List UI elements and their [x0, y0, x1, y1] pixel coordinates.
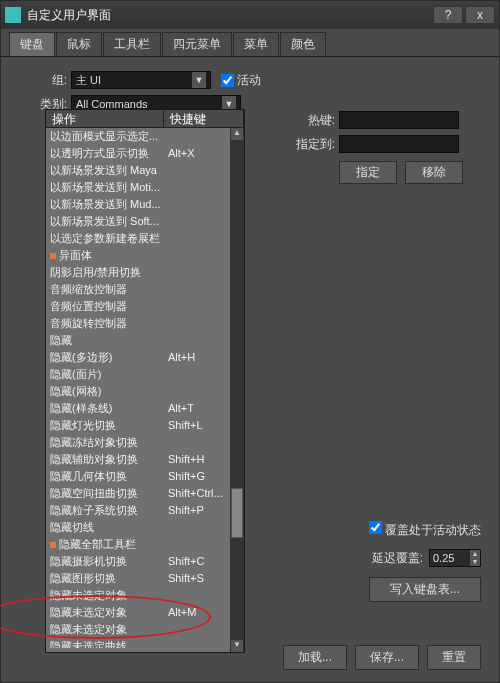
list-row[interactable]: 隐藏粒子系统切换Shift+P [46, 502, 244, 519]
list-row[interactable]: 隐藏未选定曲线 [46, 638, 244, 648]
lower-right-panel: 覆盖处于活动状态 延迟覆盖: ▲▼ 写入键盘表... [281, 521, 481, 612]
tab-quads[interactable]: 四元菜单 [162, 32, 232, 56]
titlebar[interactable]: 自定义用户界面 ? x [1, 1, 499, 29]
scroll-up-icon[interactable]: ▲ [231, 128, 243, 140]
delay-label: 延迟覆盖: [372, 550, 423, 567]
active-check-input[interactable] [221, 74, 234, 87]
group-select[interactable]: 主 UI ▼ [71, 71, 211, 89]
app-logo-icon [5, 7, 21, 23]
list-row[interactable]: 以新场景发送到 Mud... [46, 196, 244, 213]
footer-buttons: 加载... 保存... 重置 [283, 645, 481, 670]
list-row[interactable]: 以新场景发送到 Soft... [46, 213, 244, 230]
list-row[interactable]: 音频旋转控制器 [46, 315, 244, 332]
list-row[interactable]: 音频位置控制器 [46, 298, 244, 315]
col-action[interactable]: 操作 [46, 110, 164, 127]
list-row[interactable]: 隐藏(面片) [46, 366, 244, 383]
list-row[interactable]: 以新场景发送到 Moti... [46, 179, 244, 196]
row-action: 隐藏辅助对象切换 [50, 451, 168, 468]
list-row[interactable]: 隐藏冻结对象切换 [46, 434, 244, 451]
assigned-input[interactable] [339, 135, 459, 153]
row-action: 隐藏(面片) [50, 366, 168, 383]
row-action: 阴影启用/禁用切换 [50, 264, 168, 281]
list-row[interactable]: 隐藏 [46, 332, 244, 349]
list-row[interactable]: 隐藏未选定对象 [46, 621, 244, 638]
tab-colors[interactable]: 颜色 [280, 32, 326, 56]
list-row[interactable]: 隐藏未选定对象 [46, 587, 244, 604]
row-action: 音频旋转控制器 [50, 315, 168, 332]
group-label: 组: [31, 72, 67, 89]
list-row[interactable]: 隐藏灯光切换Shift+L [46, 417, 244, 434]
row-action: 隐藏几何体切换 [50, 468, 168, 485]
scroll-thumb[interactable] [231, 488, 243, 538]
write-keyboard-button[interactable]: 写入键盘表... [369, 577, 481, 602]
row-action: 以选定参数新建卷展栏 [50, 230, 168, 247]
row-action: 以透明方式显示切换 [50, 145, 168, 162]
active-label: 活动 [237, 73, 261, 87]
customize-ui-dialog: 自定义用户界面 ? x 键盘 鼠标 工具栏 四元菜单 菜单 颜色 组: 主 UI… [0, 0, 500, 683]
list-row[interactable]: 阴影启用/禁用切换 [46, 264, 244, 281]
tab-mouse[interactable]: 鼠标 [56, 32, 102, 56]
list-row[interactable]: 隐藏摄影机切换Shift+C [46, 553, 244, 570]
row-action: 隐藏空间扭曲切换 [50, 485, 168, 502]
active-checkbox[interactable]: 活动 [221, 72, 261, 89]
tab-strip: 键盘 鼠标 工具栏 四元菜单 菜单 颜色 [1, 29, 499, 57]
list-row[interactable]: 以边面模式显示选定... [46, 128, 244, 145]
row-action: 以新场景发送到 Moti... [50, 179, 168, 196]
list-row[interactable]: 隐藏(多边形)Alt+H [46, 349, 244, 366]
list-row[interactable]: 以选定参数新建卷展栏 [46, 230, 244, 247]
list-row[interactable]: 异面体 [46, 247, 244, 264]
list-row[interactable]: 隐藏辅助对象切换Shift+H [46, 451, 244, 468]
row-action: 隐藏未选定曲线 [50, 638, 168, 648]
list-header: 操作 快捷键 [46, 110, 244, 128]
spinner-arrows-icon[interactable]: ▲▼ [470, 550, 480, 566]
row-action: 隐藏未选定对象 [50, 587, 168, 604]
row-action: 隐藏冻结对象切换 [50, 434, 168, 451]
row-action: 以新场景发送到 Mud... [50, 196, 168, 213]
marker-icon [50, 253, 56, 259]
row-action: 隐藏(多边形) [50, 349, 168, 366]
list-row[interactable]: 音频缩放控制器 [46, 281, 244, 298]
actions-list: 操作 快捷键 以边面模式显示选定...以透明方式显示切换Alt+X以新场景发送到… [45, 109, 245, 653]
list-row[interactable]: 以透明方式显示切换Alt+X [46, 145, 244, 162]
delay-value[interactable] [430, 550, 470, 566]
assign-button[interactable]: 指定 [339, 161, 397, 184]
list-row[interactable]: 隐藏全部工具栏 [46, 536, 244, 553]
scroll-down-icon[interactable]: ▼ [231, 640, 243, 652]
tab-toolbars[interactable]: 工具栏 [103, 32, 161, 56]
remove-button[interactable]: 移除 [405, 161, 463, 184]
close-button[interactable]: x [465, 6, 495, 24]
overlay-active-checkbox[interactable]: 覆盖处于活动状态 [369, 521, 481, 539]
hotkey-label: 热键: [281, 112, 335, 129]
scrollbar[interactable]: ▲ ▼ [230, 128, 244, 652]
assigned-label: 指定到: [281, 136, 335, 153]
row-action: 隐藏(网格) [50, 383, 168, 400]
list-row[interactable]: 隐藏图形切换Shift+S [46, 570, 244, 587]
reset-button[interactable]: 重置 [427, 645, 481, 670]
list-row[interactable]: 以新场景发送到 Maya [46, 162, 244, 179]
help-button[interactable]: ? [433, 6, 463, 24]
row-action: 音频缩放控制器 [50, 281, 168, 298]
list-body[interactable]: 以边面模式显示选定...以透明方式显示切换Alt+X以新场景发送到 Maya以新… [46, 128, 244, 648]
dialog-body: 组: 主 UI ▼ 活动 类别: All Commands ▼ [1, 57, 499, 113]
row-action: 隐藏摄影机切换 [50, 553, 168, 570]
row-action: 隐藏切线 [50, 519, 168, 536]
row-action: 以边面模式显示选定... [50, 128, 168, 145]
col-shortcut[interactable]: 快捷键 [164, 110, 244, 127]
list-row[interactable]: 隐藏空间扭曲切换Shift+Ctrl... [46, 485, 244, 502]
hotkey-input[interactable] [339, 111, 459, 129]
overlay-label: 覆盖处于活动状态 [385, 523, 481, 537]
list-row[interactable]: 隐藏未选定对象Alt+M [46, 604, 244, 621]
tab-menus[interactable]: 菜单 [233, 32, 279, 56]
list-row[interactable]: 隐藏切线 [46, 519, 244, 536]
list-row[interactable]: 隐藏(样条线)Alt+T [46, 400, 244, 417]
list-row[interactable]: 隐藏几何体切换Shift+G [46, 468, 244, 485]
row-action: 隐藏灯光切换 [50, 417, 168, 434]
tab-keyboard[interactable]: 键盘 [9, 32, 55, 56]
load-button[interactable]: 加载... [283, 645, 347, 670]
row-action: 以新场景发送到 Maya [50, 162, 168, 179]
overlay-check-input[interactable] [369, 521, 382, 534]
list-row[interactable]: 隐藏(网格) [46, 383, 244, 400]
save-button[interactable]: 保存... [355, 645, 419, 670]
chevron-down-icon: ▼ [192, 72, 206, 88]
delay-spinner[interactable]: ▲▼ [429, 549, 481, 567]
